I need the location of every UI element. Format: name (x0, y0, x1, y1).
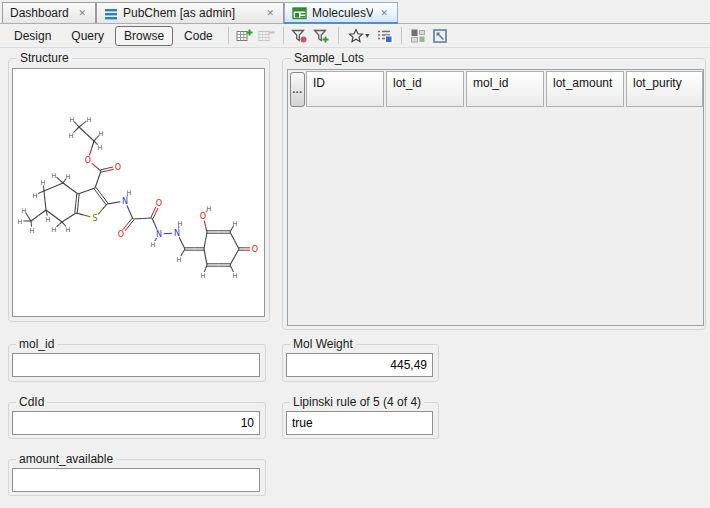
lipinski-label: Lipinski rule of 5 (4 of 4) (290, 395, 424, 409)
chevron-down-icon: ▾ (365, 31, 369, 40)
svg-text:H: H (41, 179, 46, 187)
code-mode-button[interactable]: Code (175, 26, 222, 46)
filter-icon (291, 28, 308, 44)
favorites-icon (348, 28, 364, 44)
amount-available-input[interactable] (12, 468, 260, 492)
table-header-row: ID lot_id mol_id lot_amount lot_purity (306, 71, 703, 107)
layout-button[interactable] (407, 25, 429, 47)
cdid-label: CdId (16, 395, 47, 409)
svg-text:H: H (233, 272, 238, 280)
molecules-view-window: Dashboard ✕ PubChem [as admin] ✕ Molecul… (0, 0, 710, 508)
toolbar-separator (228, 27, 229, 44)
svg-text:H: H (151, 241, 156, 249)
svg-text:H: H (98, 144, 103, 152)
svg-text:H: H (66, 226, 71, 234)
close-icon[interactable]: ✕ (76, 8, 88, 19)
tab-moleculesview[interactable]: MoleculesView ✕ (284, 2, 398, 23)
add-record-icon (236, 28, 253, 44)
lipinski-input[interactable] (286, 411, 433, 435)
query-mode-button[interactable]: Query (62, 26, 113, 46)
amount-available-field-group: amount_available (8, 459, 266, 496)
favorites-button[interactable]: ▾ (344, 25, 374, 47)
mol-weight-input[interactable] (286, 353, 433, 377)
svg-text:H: H (201, 272, 206, 280)
form-view-icon (376, 28, 393, 44)
svg-text:H: H (52, 226, 57, 234)
svg-text:N: N (122, 197, 128, 206)
cdid-field-group: CdId (8, 402, 266, 439)
svg-text:O: O (118, 230, 124, 239)
svg-text:S: S (92, 214, 97, 223)
mol-weight-field-group: Mol Weight (282, 344, 439, 382)
svg-text:H: H (127, 189, 132, 197)
svg-text:O: O (252, 245, 258, 254)
delete-record-button[interactable] (256, 25, 278, 47)
tab-label: Dashboard (10, 6, 69, 20)
fit-to-window-icon (432, 28, 448, 44)
amount-available-label: amount_available (16, 452, 116, 466)
svg-text:H: H (66, 173, 71, 181)
toolbar-separator (283, 27, 284, 44)
tab-bar: Dashboard ✕ PubChem [as admin] ✕ Molecul… (0, 0, 710, 24)
tab-label: MoleculesView (312, 6, 373, 20)
add-filter-icon (313, 28, 330, 44)
add-filter-button[interactable] (311, 25, 333, 47)
form-view-icon (292, 6, 307, 20)
svg-text:H: H (33, 192, 38, 200)
column-header-lot-amount[interactable]: lot_amount (546, 71, 624, 107)
svg-text:H: H (233, 220, 238, 228)
svg-text:H: H (177, 256, 182, 264)
lipinski-field-group: Lipinski rule of 5 (4 of 4) (282, 402, 439, 439)
mol-id-field-group: mol_id (8, 344, 266, 382)
svg-text:O: O (115, 163, 121, 172)
fit-to-window-button[interactable] (429, 25, 451, 47)
close-icon[interactable]: ✕ (264, 8, 276, 19)
svg-text:H: H (30, 227, 35, 235)
svg-text:N: N (174, 229, 180, 238)
molecule-drawing: HHHHHOONHSHHHHHHHHHHOONHNHHOHHOHH (13, 69, 266, 318)
design-mode-button[interactable]: Design (5, 26, 60, 46)
toolbar: Design Query Browse Code ▾ (0, 24, 710, 48)
svg-text:O: O (156, 199, 162, 208)
filter-button[interactable] (289, 25, 311, 47)
svg-text:H: H (99, 130, 104, 138)
sample-lots-table: ... ID lot_id mol_id lot_amount lot_puri… (287, 69, 704, 326)
svg-text:H: H (87, 116, 92, 124)
svg-text:O: O (200, 212, 206, 221)
menu-icon (104, 6, 118, 20)
structure-canvas[interactable]: HHHHHOONHSHHHHHHHHHHOONHNHHOHHOHH (12, 68, 265, 317)
column-header-lot-id[interactable]: lot_id (386, 71, 464, 107)
svg-text:H: H (70, 116, 75, 124)
toolbar-separator (338, 27, 339, 44)
form-view-button[interactable] (374, 25, 396, 47)
row-options-button[interactable]: ... (290, 72, 305, 107)
sample-lots-panel: Sample_Lots ... ID lot_id mol_id lot_amo… (282, 58, 706, 330)
column-header-id[interactable]: ID (306, 71, 384, 107)
svg-text:H: H (22, 207, 27, 215)
svg-text:H: H (207, 205, 212, 213)
svg-text:N: N (156, 230, 162, 239)
browse-mode-button[interactable]: Browse (115, 26, 173, 46)
add-record-button[interactable] (234, 25, 256, 47)
svg-text:O: O (85, 156, 91, 165)
svg-text:H: H (46, 216, 51, 224)
tab-label: PubChem [as admin] (123, 6, 235, 20)
mol-id-input[interactable] (12, 353, 260, 377)
tab-dashboard[interactable]: Dashboard ✕ (2, 2, 96, 23)
structure-panel-title: Structure (17, 51, 72, 65)
svg-text:H: H (52, 172, 57, 180)
svg-text:H: H (178, 220, 183, 228)
mol-weight-label: Mol Weight (290, 337, 356, 351)
close-icon[interactable]: ✕ (378, 8, 390, 19)
structure-panel: Structure HHHHHOONHSHHHHHHHHHHOONHNHHOHH… (8, 58, 270, 322)
tab-pubchem[interactable]: PubChem [as admin] ✕ (96, 2, 284, 23)
column-header-mol-id[interactable]: mol_id (466, 71, 544, 107)
toolbar-separator (401, 27, 402, 44)
column-header-lot-purity[interactable]: lot_purity (626, 71, 703, 107)
cdid-input[interactable] (12, 411, 260, 435)
delete-record-icon (258, 28, 275, 44)
sample-lots-title: Sample_Lots (291, 51, 367, 65)
mol-id-label: mol_id (16, 337, 57, 351)
layout-icon (410, 28, 426, 44)
svg-text:H: H (18, 218, 23, 226)
